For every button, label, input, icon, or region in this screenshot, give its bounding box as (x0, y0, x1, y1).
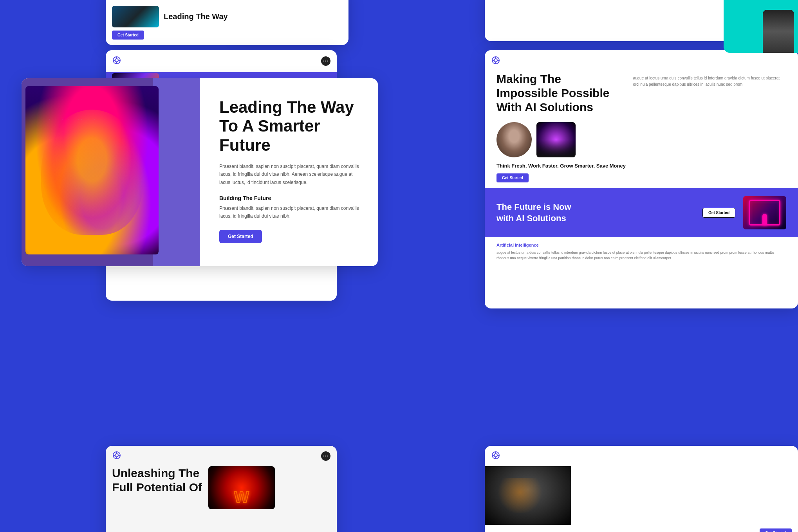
mid-left-logo (112, 56, 121, 67)
logo-icon (112, 0, 121, 0)
teal-figure (763, 10, 794, 53)
right-panel-body: augue at lectus uma duis convallis tellu… (621, 72, 798, 91)
ai-section: Artificial Intelligence augue at lectus … (485, 237, 798, 267)
right-panel-cta-wrap: Get Started (485, 170, 798, 188)
purple-cta-wrap: Get Started (702, 208, 735, 218)
teal-strip (724, 0, 798, 53)
city-image (536, 122, 576, 157)
bottom-right-text-area (571, 466, 798, 528)
card-top-left-header (106, 0, 348, 6)
portrait-image (496, 122, 532, 157)
main-content-panel: Leading The Way To A Smarter Future Prae… (200, 78, 378, 266)
neon-door-image (743, 196, 786, 229)
bottom-left-dots-menu[interactable]: ··· (321, 451, 330, 461)
top-left-title: Leading The Way (164, 12, 228, 21)
neon-face-art (25, 86, 159, 254)
hero-photo (25, 86, 159, 254)
svg-point-19 (115, 454, 118, 457)
bottom-left-heading: Unleashing The Full Potential Of (112, 466, 202, 494)
city-overlay (536, 140, 576, 157)
top-left-cta-button[interactable]: Get Started (112, 31, 144, 40)
main-image-panel (22, 78, 200, 266)
right-panel-subheading: Think Fresh, Work Faster, Grow Smarter, … (485, 161, 798, 170)
bottom-right-cta-wrap: Get Started (485, 528, 798, 532)
main-sub-body: Praesent blandit, sapien non suscipit pl… (219, 204, 362, 220)
ai-body: augue at lectus urna duis convallis tell… (496, 250, 786, 261)
bottom-left-content: Unleashing The Full Potential Of W (106, 466, 337, 509)
card-top-left: Leading The Way Get Started (106, 0, 348, 45)
right-panel-logo (491, 56, 500, 67)
card-top-left-content: Leading The Way (106, 6, 348, 27)
neon-w-art: W (234, 489, 249, 506)
mid-left-header: ··· (106, 50, 337, 72)
bottom-right-cta-button[interactable]: Get Started (760, 528, 792, 532)
card-main: Leading The Way To A Smarter Future Prae… (22, 78, 378, 266)
purple-bar (153, 78, 200, 266)
svg-point-25 (494, 454, 497, 457)
svg-point-13 (494, 59, 497, 62)
bottom-left-text: Unleashing The Full Potential Of (112, 466, 202, 509)
main-body-text: Praesent blandit, sapien non suscipit pl… (219, 162, 362, 186)
top-left-cta-wrap: Get Started (106, 27, 348, 40)
right-panel-cta-button[interactable]: Get Started (496, 173, 529, 182)
main-heading: Leading The Way To A Smarter Future (219, 98, 362, 155)
bottom-left-header: ··· (106, 446, 337, 466)
top-left-image (112, 6, 159, 27)
right-panel-images-row (485, 118, 798, 161)
neon-person-art (762, 214, 767, 225)
bottom-right-header (485, 446, 798, 466)
purple-heading: The Future is Now with AI Solutions (496, 202, 695, 224)
bottom-right-logo (491, 451, 500, 462)
bottom-left-logo (112, 451, 121, 462)
right-panel-purple-section: The Future is Now with AI Solutions Get … (485, 188, 798, 237)
purple-cta-button[interactable]: Get Started (702, 208, 735, 218)
bottom-right-content (485, 466, 798, 528)
ai-title: Artificial Intelligence (496, 243, 786, 247)
svg-point-7 (115, 59, 118, 62)
right-panel-heading: Making The Impossible Possible With AI S… (485, 72, 621, 114)
card-bottom-left: ··· Unleashing The Full Potential Of W (106, 446, 337, 532)
main-subheading: Building The Future (219, 195, 362, 201)
bottom-right-glow (496, 478, 543, 513)
main-cta-button[interactable]: Get Started (219, 230, 262, 243)
card-right-panel: Making The Impossible Possible With AI S… (485, 50, 798, 308)
card-bottom-right: Get Started (485, 446, 798, 532)
right-panel-header (485, 50, 798, 72)
bottom-left-neon-image: W (208, 466, 275, 509)
bottom-right-image (485, 466, 571, 525)
portrait-art (496, 122, 532, 157)
three-dots-menu[interactable]: ··· (321, 56, 330, 66)
